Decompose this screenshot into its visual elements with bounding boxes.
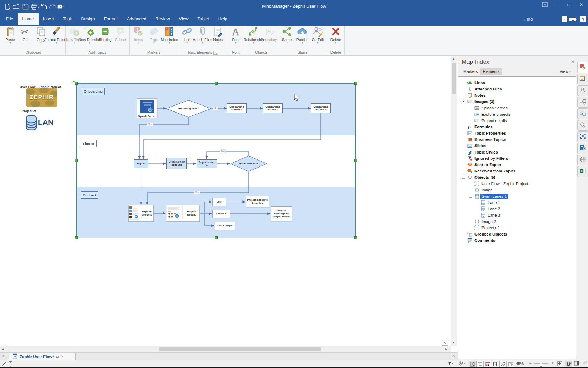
share-button[interactable]: Share▾ xyxy=(279,26,295,50)
flow-node-signin[interactable]: Sign-in xyxy=(134,159,148,168)
zephir-logo[interactable]: ZEPHIR xyxy=(26,88,57,107)
find-dropdown[interactable]: ▾ xyxy=(562,16,567,22)
flow-node-favorites[interactable]: Project added to favorites xyxy=(246,196,269,207)
lane-label[interactable]: Connect xyxy=(81,191,98,199)
tab-scroll-left-icon[interactable]: ◁ xyxy=(2,354,5,358)
menu-tab-insert[interactable]: Insert xyxy=(39,13,59,25)
map-index-button[interactable]: 1Map Index▾ xyxy=(162,26,177,50)
tab-scroll-right-icon[interactable]: ▷ xyxy=(453,354,456,358)
tab-close-icon[interactable]: ✕ xyxy=(61,355,63,359)
tree-expander-icon[interactable]: − xyxy=(462,176,465,179)
close-button[interactable]: ✕ xyxy=(575,0,588,9)
side-tab-outlook-icon[interactable] xyxy=(577,143,588,154)
co-edit-button[interactable]: Co-Edit▾ xyxy=(310,26,326,50)
view-dropdown[interactable]: View ▾ xyxy=(560,69,570,74)
tree-item-image-1[interactable]: Image 1 xyxy=(458,187,574,193)
delete-button[interactable]: Delete▾ xyxy=(328,26,343,50)
side-tab-topic-add-icon[interactable] xyxy=(577,97,588,108)
tree-item-formulas[interactable]: fxFormulas xyxy=(458,124,574,130)
selection-handle[interactable] xyxy=(75,159,78,162)
tag-view-toggle[interactable] xyxy=(492,361,499,367)
tree-item-topic-properties[interactable]: Topic Properties xyxy=(458,130,574,136)
panel-close-icon[interactable]: ✕ xyxy=(571,59,575,64)
menu-tab-task[interactable]: Task xyxy=(59,13,77,25)
tree-item-slides[interactable]: Slides xyxy=(458,143,574,149)
minimize-button[interactable]: ─ xyxy=(551,0,563,9)
flow-node-like[interactable]: Like xyxy=(212,198,226,206)
selection-handle[interactable] xyxy=(215,82,218,85)
side-tab-resource-icon[interactable] xyxy=(577,85,588,96)
binoculars-icon[interactable]: ▾ xyxy=(569,16,577,23)
fit-selection-toggle[interactable] xyxy=(469,361,476,367)
tree-item-objects-5-[interactable]: −Objects (5) xyxy=(458,174,574,180)
tree-item-topic-styles[interactable]: Topic Styles xyxy=(458,149,574,155)
flow-node-emailver[interactable]: Email verified? xyxy=(231,156,267,171)
flow-node-addproj[interactable]: Add a project xyxy=(215,222,235,230)
tab-float-icon[interactable]: ⊡ xyxy=(56,355,59,359)
tree-item-explore-projects[interactable]: Explore projects xyxy=(458,111,574,117)
rotate-handle-icon[interactable] xyxy=(71,80,75,86)
tree-item-attached-files[interactable]: Attached Files xyxy=(458,86,574,92)
lane-label[interactable]: Sign In xyxy=(80,140,97,147)
new-decision-button[interactable]: New Decision▾ xyxy=(82,26,97,50)
paste-button[interactable]: Paste▾ xyxy=(2,26,18,50)
maximize-button[interactable]: □ xyxy=(563,0,575,9)
tree-item-project-details[interactable]: Project details xyxy=(458,117,574,124)
format-painter-button[interactable]: Format Painter▾ xyxy=(49,26,64,50)
canvas-horizontal-scrollbar[interactable]: ◀ ▶ xyxy=(0,346,451,352)
tree-item-notes[interactable]: Notes xyxy=(458,92,574,98)
menu-tab-review[interactable]: Review xyxy=(151,13,175,25)
tree-item-image-2[interactable]: Image 2 xyxy=(458,218,574,225)
flow-node-explore[interactable]: Explore projects xyxy=(128,205,154,222)
tree-item-received-from-zapier[interactable]: Received from Zapier xyxy=(458,168,574,174)
menu-tab-help[interactable]: Help xyxy=(214,13,232,25)
overview-button[interactable]: ↖ xyxy=(442,340,448,346)
tree-expander-icon[interactable]: − xyxy=(462,100,465,103)
outline-view-toggle[interactable] xyxy=(476,361,484,367)
flow-node-ob2[interactable]: Onboarding Screen 2 xyxy=(263,103,283,113)
tree-item-images-3-[interactable]: −Images (3) xyxy=(458,98,574,105)
selection-handle[interactable] xyxy=(75,236,78,239)
notes-button[interactable]: Notes▾ xyxy=(210,26,226,50)
selection-handle[interactable] xyxy=(215,236,218,239)
selection-handle[interactable] xyxy=(75,82,78,85)
panel-tab-elements[interactable]: Elements xyxy=(480,68,502,75)
menu-tab-format[interactable]: Format xyxy=(99,13,122,25)
lane-label[interactable]: Onboarding xyxy=(82,88,105,95)
flow-node-contact[interactable]: Contact xyxy=(212,210,230,218)
side-tab-globe-icon[interactable] xyxy=(577,155,588,165)
menu-tab-file[interactable]: File xyxy=(1,13,18,25)
floating-button[interactable]: Floating xyxy=(97,26,113,50)
tree-item-lane-1[interactable]: Lane 1 xyxy=(458,199,574,206)
map-canvas[interactable]: User Flow - Zephir ProjectZEPHIRProject … xyxy=(0,56,451,346)
flow-node-splash[interactable]: Splash Screen xyxy=(137,98,157,118)
selection-handle[interactable] xyxy=(354,236,357,239)
tree-item-ignored-by-filters[interactable]: Ignored by Filters xyxy=(458,155,574,162)
side-tab-image-add-icon[interactable] xyxy=(577,108,588,119)
menu-tab-home[interactable]: Home xyxy=(18,13,38,25)
horizontal-scroll-thumb[interactable] xyxy=(159,347,321,351)
tree-item-grouped-objects[interactable]: Grouped Objects xyxy=(458,231,574,237)
schedule-view-toggle[interactable]: 24 xyxy=(484,361,491,367)
tree-item-lane-3[interactable]: Lane 3 xyxy=(458,212,574,218)
font-button[interactable]: AFont▾ xyxy=(228,26,244,50)
flow-node-register[interactable]: Register step 1 xyxy=(197,159,217,168)
lan-logo[interactable]: LAN xyxy=(26,114,54,132)
scroll-down-icon[interactable]: ▼ xyxy=(451,340,457,345)
side-tab-map-index-icon[interactable] xyxy=(577,131,588,142)
tree-item-splash-screen[interactable]: Splash Screen xyxy=(458,105,574,111)
menu-tab-advanced[interactable]: Advanced xyxy=(122,13,151,25)
panel-tab-markers[interactable]: Markers xyxy=(461,68,480,75)
mouse-mode-icon[interactable] xyxy=(8,361,13,367)
scroll-right-icon[interactable]: ▶ xyxy=(444,347,449,351)
panel-layout-icon[interactable]: ▾ xyxy=(574,361,581,366)
fit-map-icon[interactable] xyxy=(557,361,562,366)
tree-item-links[interactable]: Links xyxy=(458,80,574,86)
side-tab-marker-icon[interactable] xyxy=(577,62,588,73)
icon-view-toggle[interactable] xyxy=(499,361,507,367)
pen-mode-icon[interactable] xyxy=(2,361,7,366)
zoom-in-icon[interactable]: + xyxy=(551,361,554,366)
refresh-layout-icon[interactable]: ▾ xyxy=(458,361,465,366)
tree-item-business-topics[interactable]: Business Topics xyxy=(458,136,574,143)
menu-tab-view[interactable]: View xyxy=(175,13,193,25)
